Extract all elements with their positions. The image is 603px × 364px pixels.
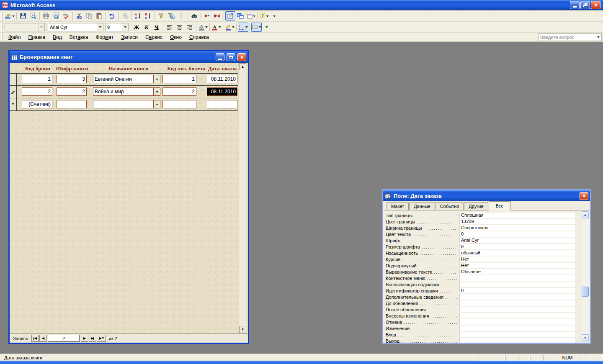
cell-nazvanie-combo[interactable]: [93, 100, 160, 108]
special-effect-button[interactable]: [251, 23, 262, 32]
ask-question-box[interactable]: Введите вопрос: [538, 33, 602, 41]
scrollbar-thumb[interactable]: [582, 287, 589, 297]
cut-button[interactable]: [74, 11, 84, 21]
toolbar-options-button[interactable]: [262, 23, 272, 32]
form-vertical-scrollbar[interactable]: ▲ ▼: [239, 63, 246, 333]
property-value[interactable]: Сплошная: [459, 213, 575, 218]
filter-button[interactable]: [176, 11, 186, 21]
menu-format[interactable]: Формат: [92, 33, 117, 41]
cell-kod-bileta[interactable]: 2: [162, 87, 196, 96]
bold-button[interactable]: Ж: [131, 23, 142, 32]
cell-kod-broni[interactable]: 1: [22, 75, 52, 83]
file-search-button[interactable]: [28, 11, 38, 21]
border-style-button[interactable]: [238, 23, 248, 32]
combo-dropdown-button[interactable]: [153, 100, 160, 108]
column-header[interactable]: Код брони: [19, 65, 57, 72]
tab-maket[interactable]: Макет: [387, 202, 409, 210]
property-value[interactable]: 0: [459, 231, 575, 237]
align-center-button[interactable]: [175, 23, 185, 32]
copy-button[interactable]: [84, 11, 94, 21]
menu-tools[interactable]: Сервис: [142, 33, 166, 41]
combo-dropdown-button[interactable]: [153, 88, 160, 95]
underline-button[interactable]: Ч: [152, 23, 162, 32]
property-value[interactable]: Arial Cyr: [459, 238, 575, 243]
scroll-up-button[interactable]: ▲: [582, 211, 589, 218]
toolbar-grip[interactable]: [1, 23, 3, 31]
column-header[interactable]: Дата заказа: [203, 65, 242, 72]
next-record-button[interactable]: ▶: [81, 335, 88, 342]
properties-button[interactable]: [225, 11, 235, 21]
property-value[interactable]: Обычное: [459, 269, 575, 274]
property-value[interactable]: [459, 338, 575, 343]
font-name-dropdown[interactable]: [97, 23, 103, 31]
italic-button[interactable]: К: [142, 23, 152, 32]
fill-color-button[interactable]: [198, 23, 208, 32]
property-value[interactable]: [459, 300, 575, 306]
filter-by-selection-button[interactable]: [156, 11, 166, 21]
filter-by-form-button[interactable]: [166, 11, 176, 21]
restore-button[interactable]: [580, 1, 590, 9]
font-name-combo[interactable]: Arial Cyr: [48, 23, 103, 31]
sort-descending-button[interactable]: ЯА: [143, 11, 153, 21]
undo-button[interactable]: [107, 11, 117, 21]
sort-ascending-button[interactable]: АЯ: [133, 11, 143, 21]
record-selector-current[interactable]: [10, 85, 17, 98]
new-object-button[interactable]: [245, 11, 256, 21]
find-button[interactable]: [189, 11, 199, 21]
font-size-dropdown[interactable]: [122, 23, 128, 31]
menu-help[interactable]: Справка: [186, 33, 213, 41]
delete-record-button[interactable]: [212, 11, 222, 21]
form-minimize-button[interactable]: [216, 53, 224, 61]
property-value[interactable]: Сверхтонкая: [459, 225, 575, 231]
menu-edit[interactable]: Правка: [25, 33, 49, 41]
property-value[interactable]: 13209: [459, 219, 575, 224]
app-titlebar[interactable]: Microsoft Access ×: [0, 0, 603, 10]
column-header[interactable]: Шифр книги: [53, 65, 91, 72]
ask-question-dropdown[interactable]: [595, 34, 601, 41]
cell-kod-bileta[interactable]: [162, 100, 196, 108]
cell-nazvanie-combo[interactable]: Война и мир: [93, 87, 160, 96]
cell-kod-bileta[interactable]: 1: [162, 75, 196, 83]
line-color-button[interactable]: [224, 23, 235, 32]
new-record-nav-button[interactable]: ▶*: [97, 335, 106, 342]
cell-nazvanie-combo[interactable]: Евгений Онегин: [93, 75, 160, 83]
cell-shifr-knigi[interactable]: 3: [57, 75, 87, 83]
combo-dropdown-button[interactable]: [153, 75, 160, 83]
help-button[interactable]: ?: [259, 11, 269, 21]
record-selector-new[interactable]: *: [10, 98, 17, 111]
menu-window[interactable]: Окно: [166, 33, 186, 41]
cell-data-zakaza[interactable]: [207, 100, 237, 108]
property-value[interactable]: Нет: [459, 256, 575, 262]
spelling-button[interactable]: абв: [61, 11, 71, 21]
tab-sobytiya[interactable]: События: [436, 202, 464, 210]
cell-kod-broni[interactable]: 2: [22, 87, 52, 96]
property-value[interactable]: [459, 313, 575, 318]
cell-data-zakaza-selected[interactable]: 08.11.2010: [207, 87, 237, 96]
align-left-button[interactable]: [165, 23, 175, 32]
property-value[interactable]: [459, 307, 575, 312]
cell-data-zakaza[interactable]: 08.11.2010: [207, 75, 237, 83]
toolbar-options-button[interactable]: [269, 11, 279, 21]
property-value[interactable]: [459, 326, 575, 331]
menubar-grip[interactable]: [1, 33, 3, 41]
minimize-button[interactable]: [570, 1, 580, 9]
property-value[interactable]: 0: [459, 288, 575, 293]
cell-shifr-knigi[interactable]: 2: [57, 87, 87, 96]
form-maximize-button[interactable]: [227, 53, 235, 61]
menu-view[interactable]: Вид: [49, 33, 66, 41]
menu-records[interactable]: Записи: [117, 33, 142, 41]
property-value[interactable]: 9: [459, 244, 575, 249]
property-value[interactable]: Нет: [459, 263, 575, 268]
align-right-button[interactable]: [185, 23, 195, 32]
font-size-combo[interactable]: 9: [105, 23, 129, 31]
close-button[interactable]: ×: [591, 1, 600, 9]
property-value[interactable]: [459, 282, 575, 287]
properties-close-button[interactable]: ×: [580, 192, 588, 200]
current-record-input[interactable]: 2: [48, 335, 80, 342]
object-combo[interactable]: [5, 23, 45, 31]
database-window-button[interactable]: [235, 11, 245, 21]
tab-vse[interactable]: Все: [489, 201, 511, 210]
properties-titlebar[interactable]: Поле: Дата заказа ×: [383, 190, 590, 201]
record-selector[interactable]: [10, 73, 17, 86]
scroll-down-button[interactable]: ▼: [582, 334, 589, 341]
